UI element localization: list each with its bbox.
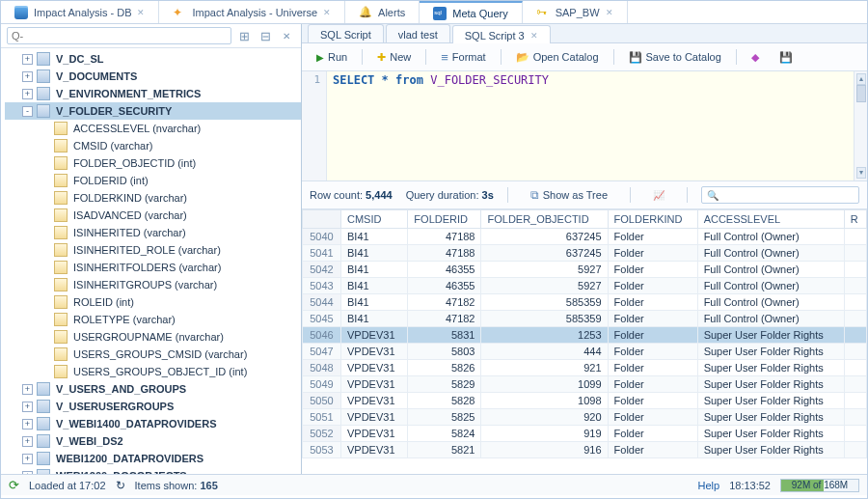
table-cell[interactable]: 444: [481, 344, 608, 360]
table-cell[interactable]: VPDEV31: [341, 442, 408, 458]
tree-toggle[interactable]: +: [22, 419, 33, 430]
table-cell[interactable]: 919: [481, 426, 608, 442]
table-cell[interactable]: 5828: [408, 393, 481, 409]
tree-table-item[interactable]: +WEBI1200_DOCOBJECTS: [5, 467, 301, 474]
scroll-thumb[interactable]: [856, 85, 866, 102]
tree-toggle[interactable]: +: [22, 454, 33, 464]
collapse-all-button[interactable]: [257, 27, 274, 44]
tree-toggle[interactable]: +: [22, 471, 33, 475]
export-button[interactable]: [644, 185, 673, 205]
new-button[interactable]: New: [368, 47, 420, 67]
tree-column-item[interactable]: ISINHERITFOLDERS (varchar): [5, 259, 301, 276]
table-cell[interactable]: BI41: [341, 278, 408, 294]
table-cell[interactable]: 47182: [408, 311, 481, 327]
table-row[interactable]: 5051VPDEV315825920FolderSuper User Folde…: [303, 409, 867, 426]
table-cell[interactable]: Super User Folder Rights: [697, 360, 844, 376]
table-cell[interactable]: 5826: [408, 360, 481, 376]
reload-icon[interactable]: [116, 479, 125, 492]
table-row[interactable]: 5049VPDEV3158291099FolderSuper User Fold…: [303, 376, 867, 393]
table-cell[interactable]: Full Control (Owner): [697, 229, 844, 245]
table-cell[interactable]: VPDEV31: [341, 344, 408, 360]
table-cell[interactable]: 921: [481, 360, 608, 376]
tree-toggle[interactable]: +: [22, 54, 33, 65]
column-header[interactable]: FOLDERKIND: [608, 210, 697, 229]
table-cell[interactable]: 46355: [408, 278, 481, 294]
table-row[interactable]: 5048VPDEV315826921FolderSuper User Folde…: [303, 360, 867, 376]
table-cell[interactable]: 5831: [408, 327, 481, 344]
table-cell[interactable]: 916: [481, 442, 608, 458]
table-cell[interactable]: VPDEV31: [341, 426, 408, 442]
expand-all-button[interactable]: [235, 27, 253, 44]
tree-column-item[interactable]: ACCESSLEVEL (nvarchar): [5, 120, 301, 137]
table-row[interactable]: 5045BI4147182585359FolderFull Control (O…: [303, 311, 867, 327]
object-tree[interactable]: +V_DC_SL+V_DOCUMENTS+V_ENVIRONMENT_METRI…: [1, 48, 301, 474]
table-row[interactable]: 5047VPDEV315803444FolderSuper User Folde…: [303, 344, 867, 360]
table-cell[interactable]: 47188: [408, 245, 481, 262]
table-cell[interactable]: Super User Folder Rights: [697, 344, 844, 360]
show-as-tree-button[interactable]: Show as Tree: [522, 185, 616, 205]
table-cell[interactable]: 5927: [481, 278, 608, 294]
scroll-down-button[interactable]: ▾: [856, 167, 866, 179]
table-cell[interactable]: 5824: [408, 426, 481, 442]
column-header[interactable]: [303, 210, 341, 229]
tree-column-item[interactable]: ROLETYPE (varchar): [5, 311, 301, 328]
open-catalog-button[interactable]: Open Catalog: [507, 47, 608, 67]
tree-column-item[interactable]: FOLDER_OBJECTID (int): [5, 154, 301, 172]
table-cell[interactable]: Super User Folder Rights: [697, 409, 844, 426]
table-cell[interactable]: Full Control (Owner): [697, 278, 844, 294]
top-tab[interactable]: Impact Analysis - DB✕: [1, 1, 159, 23]
table-cell[interactable]: VPDEV31: [341, 327, 408, 344]
table-cell[interactable]: BI41: [341, 311, 408, 327]
table-cell[interactable]: Full Control (Owner): [697, 294, 844, 311]
tree-column-item[interactable]: USERS_GROUPS_OBJECT_ID (int): [5, 363, 301, 380]
sql-editor[interactable]: 1 SELECT * from V_FOLDER_SECURITY ▴ ▾: [302, 71, 867, 181]
table-cell[interactable]: Folder: [608, 229, 697, 245]
table-cell[interactable]: BI41: [341, 262, 408, 278]
table-cell[interactable]: Folder: [608, 442, 697, 458]
table-cell[interactable]: Folder: [608, 360, 697, 376]
tree-table-item[interactable]: +V_USERUSERGROUPS: [5, 398, 301, 415]
table-cell[interactable]: 1099: [481, 376, 608, 393]
table-cell[interactable]: Folder: [608, 278, 697, 294]
table-cell[interactable]: Folder: [608, 426, 697, 442]
table-cell[interactable]: VPDEV31: [341, 376, 408, 393]
sql-code-area[interactable]: SELECT * from V_FOLDER_SECURITY: [327, 71, 854, 180]
tree-table-item[interactable]: +V_ENVIRONMENT_METRICS: [5, 85, 301, 102]
table-cell[interactable]: 47182: [408, 294, 481, 311]
table-row[interactable]: 5050VPDEV3158281098FolderSuper User Fold…: [303, 393, 867, 409]
close-icon[interactable]: ✕: [606, 8, 613, 17]
table-cell[interactable]: Super User Folder Rights: [697, 393, 844, 409]
save-catalog-button[interactable]: Save to Catalog: [620, 47, 730, 67]
results-grid-wrap[interactable]: CMSIDFOLDERIDFOLDER_OBJECTIDFOLDERKINDAC…: [302, 209, 867, 474]
extra-button-1[interactable]: [743, 47, 768, 67]
script-tab[interactable]: SQL Script 3✕: [452, 25, 551, 43]
table-cell[interactable]: Folder: [608, 262, 697, 278]
table-cell[interactable]: Folder: [608, 344, 697, 360]
column-header[interactable]: FOLDER_OBJECTID: [481, 210, 608, 229]
results-search-input[interactable]: [701, 186, 859, 204]
tree-toggle[interactable]: +: [22, 384, 33, 395]
table-cell[interactable]: Super User Folder Rights: [697, 442, 844, 458]
table-row[interactable]: 5040BI4147188637245FolderFull Control (O…: [303, 229, 867, 245]
table-cell[interactable]: BI41: [341, 294, 408, 311]
results-grid[interactable]: CMSIDFOLDERIDFOLDER_OBJECTIDFOLDERKINDAC…: [302, 209, 867, 458]
tree-column-item[interactable]: ISINHERITGROUPS (varchar): [5, 276, 301, 293]
table-cell[interactable]: 5821: [408, 442, 481, 458]
run-button[interactable]: Run: [308, 47, 356, 67]
top-tab[interactable]: SAP_BW✕: [523, 1, 628, 23]
tree-column-item[interactable]: ISINHERITED_ROLE (varchar): [5, 241, 301, 259]
table-cell[interactable]: 5803: [408, 344, 481, 360]
table-cell[interactable]: VPDEV31: [341, 409, 408, 426]
column-header[interactable]: FOLDERID: [408, 210, 481, 229]
scroll-up-button[interactable]: ▴: [856, 73, 866, 85]
save-button[interactable]: [771, 47, 801, 67]
table-cell[interactable]: Super User Folder Rights: [697, 426, 844, 442]
tree-column-item[interactable]: ISADVANCED (varchar): [5, 207, 301, 224]
tree-table-item[interactable]: +V_DOCUMENTS: [5, 68, 301, 85]
table-cell[interactable]: 920: [481, 409, 608, 426]
top-tab[interactable]: Meta Query: [420, 1, 522, 23]
table-cell[interactable]: VPDEV31: [341, 360, 408, 376]
tree-toggle[interactable]: -: [22, 106, 33, 117]
tree-table-item[interactable]: +V_USERS_AND_GROUPS: [5, 380, 301, 398]
table-cell[interactable]: 637245: [481, 229, 608, 245]
